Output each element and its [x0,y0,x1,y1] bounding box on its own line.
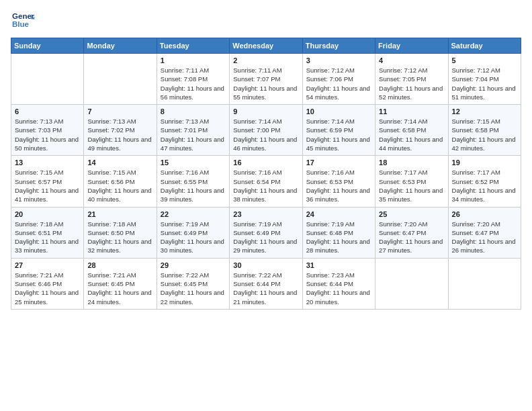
day-number: 5 [452,56,517,64]
weekday-monday: Monday [84,38,157,54]
day-number: 30 [233,261,298,269]
day-info: Sunrise: 7:18 AM Sunset: 6:50 PM Dayligh… [87,220,152,255]
day-number: 10 [306,107,371,116]
calendar-cell: 1Sunrise: 7:11 AM Sunset: 7:08 PM Daylig… [157,54,229,105]
week-row-3: 13Sunrise: 7:15 AM Sunset: 6:57 PM Dayli… [11,156,521,207]
day-info: Sunrise: 7:16 AM Sunset: 6:53 PM Dayligh… [306,168,371,203]
calendar-cell: 11Sunrise: 7:14 AM Sunset: 6:58 PM Dayli… [375,105,448,156]
weekday-friday: Friday [375,38,448,54]
calendar-cell: 28Sunrise: 7:21 AM Sunset: 6:45 PM Dayli… [84,258,157,309]
day-number: 3 [306,56,371,64]
calendar-cell: 18Sunrise: 7:17 AM Sunset: 6:53 PM Dayli… [375,156,448,207]
day-number: 9 [233,107,298,116]
calendar-cell: 12Sunrise: 7:15 AM Sunset: 6:58 PM Dayli… [448,105,521,156]
logo-icon: General Blue [11,11,35,32]
calendar-cell: 26Sunrise: 7:20 AM Sunset: 6:47 PM Dayli… [448,207,521,258]
calendar-cell: 23Sunrise: 7:19 AM Sunset: 6:49 PM Dayli… [230,207,302,258]
day-info: Sunrise: 7:17 AM Sunset: 6:52 PM Dayligh… [452,168,517,203]
calendar-cell: 5Sunrise: 7:12 AM Sunset: 7:04 PM Daylig… [448,54,521,105]
day-number: 20 [15,210,80,218]
calendar-cell: 9Sunrise: 7:14 AM Sunset: 7:00 PM Daylig… [230,105,302,156]
day-number: 6 [15,107,80,116]
day-number: 13 [15,158,80,167]
day-info: Sunrise: 7:12 AM Sunset: 7:06 PM Dayligh… [306,66,371,101]
day-number: 31 [306,261,371,269]
calendar-cell [448,258,521,309]
day-info: Sunrise: 7:23 AM Sunset: 6:44 PM Dayligh… [306,271,371,306]
day-number: 2 [233,56,298,64]
calendar-cell: 3Sunrise: 7:12 AM Sunset: 7:06 PM Daylig… [302,54,375,105]
day-number: 15 [161,158,226,167]
day-info: Sunrise: 7:22 AM Sunset: 6:45 PM Dayligh… [161,271,226,306]
day-number: 7 [87,107,152,116]
day-number: 12 [452,107,517,116]
day-info: Sunrise: 7:17 AM Sunset: 6:53 PM Dayligh… [379,168,444,203]
calendar-cell: 21Sunrise: 7:18 AM Sunset: 6:50 PM Dayli… [84,207,157,258]
svg-text:Blue: Blue [12,20,30,28]
calendar-cell: 19Sunrise: 7:17 AM Sunset: 6:52 PM Dayli… [448,156,521,207]
calendar-cell: 14Sunrise: 7:15 AM Sunset: 6:56 PM Dayli… [84,156,157,207]
week-row-5: 27Sunrise: 7:21 AM Sunset: 6:46 PM Dayli… [11,258,521,309]
calendar-cell: 13Sunrise: 7:15 AM Sunset: 6:57 PM Dayli… [11,156,84,207]
calendar-cell: 6Sunrise: 7:13 AM Sunset: 7:03 PM Daylig… [11,105,84,156]
calendar-cell: 4Sunrise: 7:12 AM Sunset: 7:05 PM Daylig… [375,54,448,105]
day-number: 23 [233,210,298,218]
day-info: Sunrise: 7:18 AM Sunset: 6:51 PM Dayligh… [15,220,80,255]
calendar-cell [11,54,84,105]
day-info: Sunrise: 7:19 AM Sunset: 6:49 PM Dayligh… [161,220,226,255]
day-number: 26 [452,210,517,218]
day-info: Sunrise: 7:12 AM Sunset: 7:05 PM Dayligh… [379,66,444,101]
calendar-cell: 7Sunrise: 7:13 AM Sunset: 7:02 PM Daylig… [84,105,157,156]
week-row-1: 1Sunrise: 7:11 AM Sunset: 7:08 PM Daylig… [11,54,521,105]
calendar-cell [375,258,448,309]
calendar-cell: 22Sunrise: 7:19 AM Sunset: 6:49 PM Dayli… [157,207,229,258]
day-number: 11 [379,107,444,116]
day-number: 19 [452,158,517,167]
calendar-cell: 16Sunrise: 7:16 AM Sunset: 6:54 PM Dayli… [230,156,302,207]
weekday-tuesday: Tuesday [157,38,229,54]
day-number: 17 [306,158,371,167]
calendar-cell: 2Sunrise: 7:11 AM Sunset: 7:07 PM Daylig… [230,54,302,105]
day-number: 14 [87,158,152,167]
page-header: General Blue [11,11,521,32]
day-info: Sunrise: 7:21 AM Sunset: 6:46 PM Dayligh… [15,271,80,306]
day-info: Sunrise: 7:16 AM Sunset: 6:54 PM Dayligh… [233,168,298,203]
day-info: Sunrise: 7:19 AM Sunset: 6:48 PM Dayligh… [306,220,371,255]
day-info: Sunrise: 7:22 AM Sunset: 6:44 PM Dayligh… [233,271,298,306]
day-info: Sunrise: 7:15 AM Sunset: 6:56 PM Dayligh… [87,168,152,203]
calendar-body: 1Sunrise: 7:11 AM Sunset: 7:08 PM Daylig… [11,54,521,310]
day-info: Sunrise: 7:16 AM Sunset: 6:55 PM Dayligh… [161,168,226,203]
weekday-thursday: Thursday [302,38,375,54]
calendar-cell: 24Sunrise: 7:19 AM Sunset: 6:48 PM Dayli… [302,207,375,258]
day-info: Sunrise: 7:13 AM Sunset: 7:02 PM Dayligh… [87,117,152,152]
day-info: Sunrise: 7:13 AM Sunset: 7:03 PM Dayligh… [15,117,80,152]
week-row-2: 6Sunrise: 7:13 AM Sunset: 7:03 PM Daylig… [11,105,521,156]
day-number: 27 [15,261,80,269]
day-info: Sunrise: 7:20 AM Sunset: 6:47 PM Dayligh… [452,220,517,255]
day-number: 21 [87,210,152,218]
weekday-sunday: Sunday [11,38,84,54]
calendar-cell: 10Sunrise: 7:14 AM Sunset: 6:59 PM Dayli… [302,105,375,156]
calendar-table: SundayMondayTuesdayWednesdayThursdayFrid… [11,38,521,310]
calendar-cell: 15Sunrise: 7:16 AM Sunset: 6:55 PM Dayli… [157,156,229,207]
week-row-4: 20Sunrise: 7:18 AM Sunset: 6:51 PM Dayli… [11,207,521,258]
calendar-cell: 27Sunrise: 7:21 AM Sunset: 6:46 PM Dayli… [11,258,84,309]
calendar-cell: 8Sunrise: 7:13 AM Sunset: 7:01 PM Daylig… [157,105,229,156]
day-info: Sunrise: 7:20 AM Sunset: 6:47 PM Dayligh… [379,220,444,255]
day-info: Sunrise: 7:12 AM Sunset: 7:04 PM Dayligh… [452,66,517,101]
calendar-cell: 25Sunrise: 7:20 AM Sunset: 6:47 PM Dayli… [375,207,448,258]
calendar-cell: 30Sunrise: 7:22 AM Sunset: 6:44 PM Dayli… [230,258,302,309]
day-info: Sunrise: 7:14 AM Sunset: 6:59 PM Dayligh… [306,117,371,152]
day-info: Sunrise: 7:14 AM Sunset: 6:58 PM Dayligh… [379,117,444,152]
weekday-wednesday: Wednesday [230,38,302,54]
calendar-cell [84,54,157,105]
weekday-header-row: SundayMondayTuesdayWednesdayThursdayFrid… [11,38,521,54]
calendar-cell: 29Sunrise: 7:22 AM Sunset: 6:45 PM Dayli… [157,258,229,309]
calendar-cell: 20Sunrise: 7:18 AM Sunset: 6:51 PM Dayli… [11,207,84,258]
day-number: 29 [161,261,226,269]
calendar-cell: 17Sunrise: 7:16 AM Sunset: 6:53 PM Dayli… [302,156,375,207]
day-number: 28 [87,261,152,269]
day-number: 18 [379,158,444,167]
day-number: 4 [379,56,444,64]
day-info: Sunrise: 7:14 AM Sunset: 7:00 PM Dayligh… [233,117,298,152]
